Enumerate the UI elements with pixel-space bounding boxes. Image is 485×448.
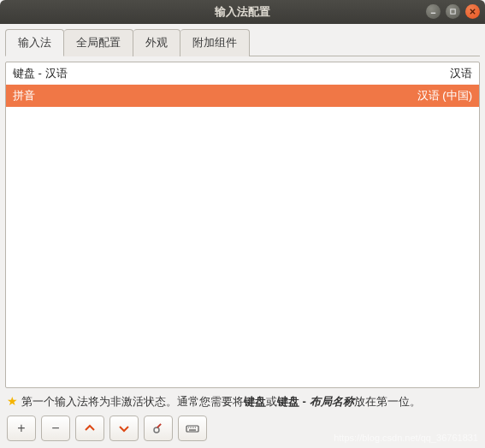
tab-label: 输入法 — [18, 36, 51, 49]
im-name: 拼音 — [13, 88, 35, 103]
tab-addons[interactable]: 附加组件 — [180, 29, 250, 56]
titlebar: 输入法配置 — [0, 0, 485, 24]
im-lang: 汉语 (中国) — [417, 88, 472, 103]
tab-label: 附加组件 — [192, 36, 237, 49]
hint-italic: 布局名称 — [310, 395, 354, 408]
move-up-button[interactable] — [75, 416, 104, 441]
maximize-button[interactable] — [446, 4, 460, 19]
hint-text: ★ 第一个输入法将为非激活状态。通常您需要将键盘或键盘 - 布局名称放在第一位。 — [5, 388, 480, 414]
im-name: 键盘 - 汉语 — [13, 66, 68, 81]
minus-icon: − — [51, 421, 59, 436]
toolbar: + − — [5, 414, 480, 443]
svg-rect-1 — [451, 9, 455, 14]
close-button[interactable] — [465, 4, 480, 19]
chevron-up-icon — [83, 421, 97, 435]
tab-input-method[interactable]: 输入法 — [5, 29, 64, 56]
im-lang: 汉语 — [450, 66, 472, 81]
remove-button[interactable]: − — [41, 416, 70, 441]
tab-label: 外观 — [145, 36, 168, 49]
hint-suffix: 放在第一位。 — [354, 395, 421, 408]
star-icon: ★ — [7, 393, 18, 410]
keyboard-icon — [186, 421, 199, 435]
keyboard-button[interactable] — [178, 416, 207, 441]
hint-mid: 或 — [266, 395, 277, 408]
window-title: 输入法配置 — [215, 4, 270, 20]
plus-icon: + — [17, 421, 25, 436]
hint-prefix: 第一个输入法将为非激活状态。通常您需要将 — [21, 395, 244, 408]
svg-rect-6 — [186, 426, 198, 432]
tab-label: 全局配置 — [76, 36, 121, 49]
hint-bold1: 键盘 — [244, 395, 266, 408]
input-method-list[interactable]: 键盘 - 汉语 汉语 拼音 汉语 (中国) — [5, 62, 480, 388]
move-down-button[interactable] — [109, 416, 139, 441]
minimize-button[interactable] — [426, 4, 441, 19]
list-item[interactable]: 拼音 汉语 (中国) — [6, 85, 479, 107]
tab-bar: 输入法 全局配置 外观 附加组件 — [5, 29, 480, 56]
svg-rect-5 — [157, 423, 162, 428]
hint-bold2: 键盘 - — [277, 395, 310, 408]
add-button[interactable]: + — [7, 416, 36, 441]
gear-icon — [151, 421, 165, 435]
chevron-down-icon — [117, 421, 131, 435]
configure-button[interactable] — [144, 416, 173, 441]
list-item[interactable]: 键盘 - 汉语 汉语 — [6, 62, 479, 85]
tab-global-config[interactable]: 全局配置 — [64, 29, 133, 56]
tab-appearance[interactable]: 外观 — [133, 29, 180, 56]
svg-point-4 — [154, 427, 159, 433]
